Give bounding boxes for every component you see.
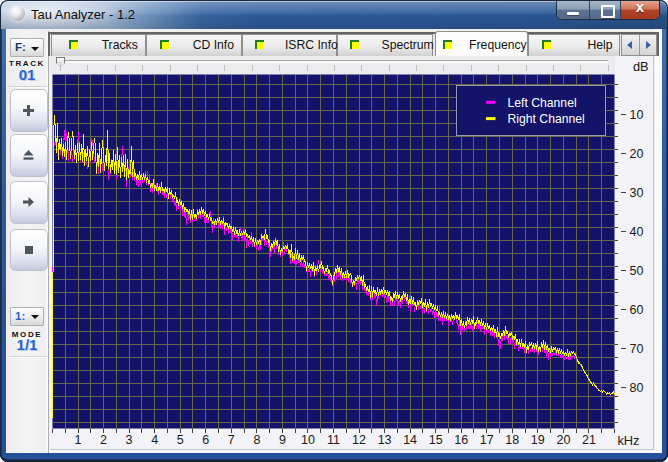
svg-text:30: 30 [630, 186, 644, 200]
svg-text:14: 14 [403, 433, 417, 447]
svg-text:13: 13 [378, 433, 392, 447]
svg-text:10: 10 [630, 108, 644, 122]
svg-text:1: 1 [75, 433, 82, 447]
svg-text:kHz: kHz [617, 433, 639, 448]
svg-text:60: 60 [630, 303, 644, 317]
svg-text:9: 9 [279, 433, 286, 447]
svg-text:11: 11 [327, 433, 340, 447]
svg-text:7: 7 [228, 433, 235, 447]
svg-text:4: 4 [151, 433, 158, 447]
svg-text:8: 8 [253, 433, 260, 447]
svg-text:5: 5 [177, 433, 184, 447]
svg-text:dB: dB [633, 59, 649, 74]
svg-text:Left Channel: Left Channel [508, 96, 577, 110]
svg-text:80: 80 [630, 381, 644, 395]
svg-text:20: 20 [556, 433, 570, 447]
svg-text:2: 2 [100, 433, 107, 447]
svg-text:70: 70 [630, 342, 644, 356]
svg-text:6: 6 [202, 433, 209, 447]
svg-text:20: 20 [630, 147, 644, 161]
svg-text:10: 10 [301, 433, 315, 447]
svg-text:3: 3 [126, 433, 133, 447]
svg-text:40: 40 [630, 225, 644, 239]
svg-text:50: 50 [630, 264, 644, 278]
svg-text:19: 19 [531, 433, 545, 447]
svg-text:21: 21 [582, 433, 596, 447]
svg-text:15: 15 [429, 433, 443, 447]
svg-text:17: 17 [480, 433, 494, 447]
svg-text:16: 16 [454, 433, 468, 447]
svg-text:18: 18 [505, 433, 519, 447]
svg-text:12: 12 [352, 433, 366, 447]
svg-text:Right Channel: Right Channel [508, 112, 585, 126]
